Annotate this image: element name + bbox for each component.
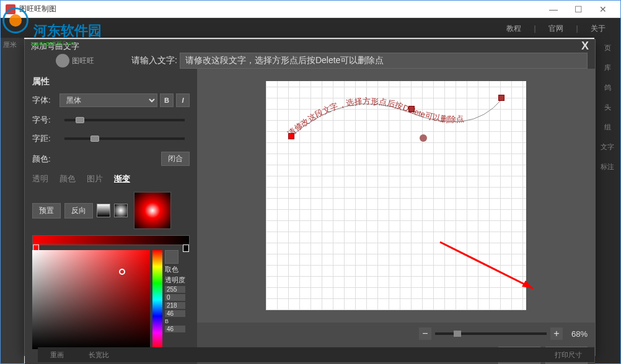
watermark: 河东软件园 www.pc0359.cn bbox=[2, 7, 102, 47]
left-ruler-area: 厘米 bbox=[1, 38, 24, 363]
zoom-out-button[interactable]: − bbox=[419, 327, 431, 340]
right-sidebar: 页 库 鸽 头 组 文字 标注 bbox=[594, 38, 620, 363]
brand-icon bbox=[56, 54, 69, 67]
spacing-label: 字距: bbox=[32, 133, 59, 144]
sv-cursor[interactable] bbox=[119, 269, 125, 275]
dialog-title: 添加弯曲文字 bbox=[31, 41, 581, 52]
gradient-preview bbox=[134, 192, 171, 229]
font-select[interactable]: 黑体 bbox=[59, 93, 157, 107]
preview-canvas[interactable]: 请修改这段文字，选择方形点后按Delete可以删除点 bbox=[266, 81, 526, 310]
brand-logo: 图旺旺 bbox=[56, 54, 94, 67]
curve-handle[interactable] bbox=[408, 106, 415, 112]
hue-slider[interactable] bbox=[152, 250, 162, 349]
close-shape-button[interactable]: 闭合 bbox=[161, 152, 190, 166]
size-slider[interactable] bbox=[64, 119, 185, 121]
watermark-logo-icon bbox=[2, 7, 29, 33]
font-label: 字体: bbox=[32, 95, 59, 106]
gradient-bar[interactable] bbox=[32, 235, 190, 245]
b-value[interactable]: 218 bbox=[165, 302, 185, 309]
maximize-button[interactable]: ☐ bbox=[566, 1, 591, 18]
g-value[interactable]: 0 bbox=[165, 294, 185, 301]
svg-text:请修改这段文字，选择方形点后按Delete可以删除点: 请修改这段文字，选择方形点后按Delete可以删除点 bbox=[286, 97, 464, 139]
gradient-type-radial[interactable] bbox=[114, 204, 128, 217]
minimize-button[interactable]: — bbox=[541, 1, 566, 18]
spacing-slider[interactable] bbox=[64, 137, 185, 140]
zoom-value: 68% bbox=[571, 329, 588, 339]
bottom-item[interactable]: 重画 bbox=[50, 350, 64, 360]
zoom-in-button[interactable]: + bbox=[550, 327, 563, 340]
watermark-text: 河东软件园 bbox=[33, 23, 102, 38]
size-label: 字号: bbox=[32, 115, 59, 126]
curve-control-point[interactable] bbox=[420, 134, 427, 142]
text-input[interactable] bbox=[180, 53, 588, 69]
curved-text-content: 请修改这段文字，选择方形点后按Delete可以删除点 bbox=[286, 97, 464, 139]
tab-color[interactable]: 颜色 bbox=[59, 173, 76, 184]
opacity-label: 透明度 bbox=[165, 275, 185, 285]
tab-transparent[interactable]: 透明 bbox=[32, 173, 48, 184]
close-button[interactable]: ✕ bbox=[591, 1, 615, 18]
eyedrop-label: 取色 bbox=[165, 265, 185, 274]
color-label: 颜色: bbox=[32, 154, 59, 165]
dialog-close-button[interactable]: X bbox=[581, 40, 589, 53]
saturation-value-picker[interactable] bbox=[32, 250, 150, 349]
text-input-label: 请输入文字: bbox=[131, 55, 177, 66]
bold-button[interactable]: B bbox=[160, 93, 174, 107]
zoom-slider[interactable] bbox=[435, 332, 547, 335]
gradient-stop[interactable] bbox=[183, 245, 189, 252]
bottom-item[interactable]: 长宽比 bbox=[89, 350, 109, 360]
b2-value[interactable]: 46 bbox=[165, 326, 185, 332]
sidebar-item[interactable]: 标注 bbox=[594, 157, 620, 176]
gradient-type-linear[interactable] bbox=[97, 204, 110, 217]
bottom-item[interactable]: 打印尺寸 bbox=[555, 350, 582, 360]
curve-handle[interactable] bbox=[288, 133, 294, 139]
props-section-title: 属性 bbox=[25, 74, 197, 90]
nav-about[interactable]: 关于 bbox=[591, 24, 606, 33]
properties-panel: 属性 字体: 黑体 B I 字号: 字距: bbox=[25, 69, 197, 364]
sidebar-item[interactable]: 鸽 bbox=[594, 77, 620, 97]
reverse-button[interactable]: 反向 bbox=[64, 203, 93, 219]
curved-text-dialog: 添加弯曲文字 X 图旺旺 请输入文字: 属性 字体: 黑体 B bbox=[24, 39, 596, 356]
tab-gradient[interactable]: 渐变 bbox=[114, 173, 130, 184]
nav-official[interactable]: 官网 bbox=[548, 24, 563, 33]
sidebar-item[interactable]: 库 bbox=[594, 58, 620, 77]
curve-handle[interactable] bbox=[498, 95, 504, 101]
watermark-url: www.pc0359.cn bbox=[31, 40, 102, 47]
eyedropper-button[interactable] bbox=[165, 250, 178, 264]
sidebar-item[interactable]: 页 bbox=[594, 38, 620, 58]
italic-button[interactable]: I bbox=[176, 93, 190, 107]
preset-button[interactable]: 预置 bbox=[32, 203, 61, 219]
nav-tutorial[interactable]: 教程 bbox=[506, 24, 521, 33]
bottom-strip: 重画 长宽比 打印尺寸 bbox=[38, 347, 594, 362]
tab-image[interactable]: 图片 bbox=[87, 173, 103, 184]
sidebar-item[interactable]: 头 bbox=[594, 97, 620, 117]
r-value[interactable]: 255 bbox=[165, 286, 185, 293]
sidebar-item[interactable]: 组 bbox=[594, 117, 620, 137]
sidebar-item[interactable]: 文字 bbox=[594, 137, 620, 157]
a-value[interactable]: 46 bbox=[165, 310, 185, 317]
